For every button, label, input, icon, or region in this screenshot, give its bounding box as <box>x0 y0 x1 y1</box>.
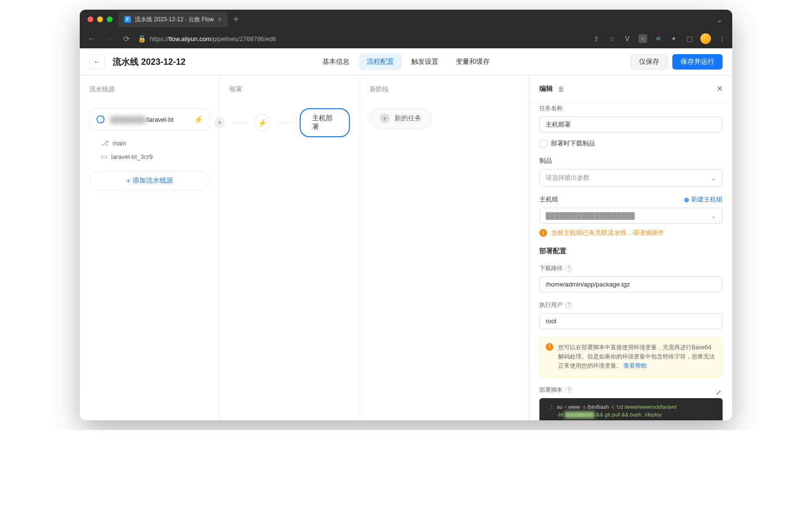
source-column: 流水线源 ████████/laravel-bt ⚡ ⎇ main ▭ lara… <box>80 75 220 420</box>
artifact-select[interactable]: 请选择输出参数 ⌄ <box>539 169 723 186</box>
script-editor[interactable]: ⤢ 1 su -l www -s /bin/bash -c 'cd /www/w… <box>539 398 723 420</box>
source-card[interactable]: ████████/laravel-bt ⚡ <box>89 108 210 130</box>
task-name-input[interactable] <box>539 116 723 132</box>
branch-row: ⎇ main <box>101 136 210 150</box>
vue-ext-icon[interactable]: V <box>623 34 632 43</box>
info-box: ! 您可以在部署脚本中直接使用环境变量，无需再进行Base64解码处理。但是如果… <box>539 337 723 377</box>
newstage-column: 新阶段 + 新的任务 <box>360 75 529 420</box>
hostgroup-select[interactable]: ████████████████████ ⌄ <box>539 208 723 224</box>
download-path-input[interactable] <box>539 276 723 292</box>
browser-tab[interactable]: F 流水线 2023-12-12 · 云效 Flow × <box>118 12 228 27</box>
forward-nav-button[interactable]: → <box>103 34 115 43</box>
artifact-name: laravel-bt_3rz9 <box>111 153 153 160</box>
new-task-button[interactable]: + 新的任务 <box>370 108 432 129</box>
share-icon[interactable]: ⇪ <box>592 34 601 43</box>
tab-vars[interactable]: 变量和缓存 <box>448 54 497 70</box>
help-link[interactable]: 查看帮助 <box>624 362 647 369</box>
bolt-icon[interactable]: ⚡ <box>194 115 203 124</box>
expand-icon[interactable]: ⤢ <box>716 387 722 398</box>
exec-user-input[interactable] <box>539 313 723 329</box>
add-source-button[interactable]: + 添加流水线源 <box>89 171 210 190</box>
branch-icon: ⎇ <box>101 139 109 147</box>
main-content: 流水线源 ████████/laravel-bt ⚡ ⎇ main ▭ lara… <box>80 75 732 420</box>
tab-favicon: F <box>124 16 131 23</box>
task-name-label: 任务名称 <box>539 104 723 113</box>
checkbox-label: 部署时下载制品 <box>551 139 595 148</box>
plus-icon: + <box>126 177 130 185</box>
tab-overflow-icon[interactable]: ⌄ <box>716 15 723 24</box>
help-icon[interactable]: ? <box>566 265 572 272</box>
window-controls <box>87 16 113 22</box>
source-column-title: 流水线源 <box>89 85 210 94</box>
artifact-label: 制品 <box>539 157 723 165</box>
folder-icon: ▭ <box>101 153 107 160</box>
script-label: 部署脚本 ? <box>539 386 723 394</box>
close-tab-icon[interactable]: × <box>218 15 221 23</box>
back-nav-button[interactable]: ← <box>86 34 97 43</box>
help-icon[interactable]: ? <box>566 387 572 393</box>
add-stage-before-button[interactable]: + <box>214 117 225 129</box>
warning-icon: ! <box>539 229 547 237</box>
bookmark-icon[interactable]: ☆ <box>608 34 616 43</box>
save-only-button[interactable]: 仅保存 <box>631 54 667 70</box>
profile-avatar[interactable] <box>700 33 711 44</box>
browser-chrome: F 流水线 2023-12-12 · 云效 Flow × + ⌄ ← → ⟳ 🔒… <box>80 10 732 48</box>
url-text: https://flow.aliyun.com/pipelines/276878… <box>150 35 276 43</box>
deploy-config-header: 部署配置 <box>539 247 723 256</box>
artifact-row: ▭ laravel-bt_3rz9 <box>101 150 210 163</box>
tab-basic[interactable]: 基本信息 <box>315 54 357 70</box>
checkbox[interactable] <box>539 140 547 147</box>
hostgroup-warning: ! 当前主机组已有关联流水线，请谨慎操作 <box>539 229 723 237</box>
ext-icon-2[interactable]: h <box>638 34 647 43</box>
plus-circle-icon: + <box>380 114 390 123</box>
chevron-down-icon: ⌄ <box>711 174 716 182</box>
sidepanel-icon[interactable]: ▢ <box>685 34 694 43</box>
delete-icon[interactable]: 🗑 <box>558 85 565 93</box>
new-tab-button[interactable]: + <box>233 14 239 25</box>
edit-panel: 编辑 🗑 × 任务名称 部署时下载制品 制品 请选择输出参数 ⌄ 主机组 <box>529 75 732 420</box>
back-button[interactable]: ← <box>89 54 105 70</box>
download-path-label: 下载路径 ? <box>539 264 723 272</box>
branch-name: main <box>113 140 126 147</box>
reload-button[interactable]: ⟳ <box>120 34 132 43</box>
tab-process[interactable]: 流程配置 <box>359 54 402 70</box>
deploy-column-title: 部署 <box>230 85 350 94</box>
newstage-column-title: 新阶段 <box>370 85 519 94</box>
new-hostgroup-link[interactable]: ⊕ 新建主机组 <box>684 195 723 204</box>
connector <box>232 123 246 123</box>
connector <box>278 123 291 123</box>
source-repo-name: ████████/laravel-bt <box>110 116 189 123</box>
stage-trigger-icon[interactable]: ⚡ <box>254 114 271 131</box>
menu-icon[interactable]: ⋮ <box>718 34 726 43</box>
maximize-window-button[interactable] <box>107 16 113 22</box>
hostgroup-label: 主机组 ⊕ 新建主机组 <box>539 195 723 204</box>
stage-task-pill[interactable]: 主机部署 <box>300 108 350 137</box>
address-bar[interactable]: 🔒 https://flow.aliyun.com/pipelines/2768… <box>138 35 586 43</box>
header-tabs: 基本信息 流程配置 触发设置 变量和缓存 <box>315 54 497 70</box>
download-artifact-checkbox-row[interactable]: 部署时下载制品 <box>539 139 723 148</box>
app-header: ← 流水线 2023-12-12 基本信息 流程配置 触发设置 变量和缓存 仅保… <box>80 48 732 75</box>
help-icon[interactable]: ? <box>566 302 572 309</box>
minimize-window-button[interactable] <box>97 16 103 22</box>
tab-trigger[interactable]: 触发设置 <box>404 54 446 70</box>
panel-title: 编辑 <box>539 85 553 93</box>
lock-icon: 🔒 <box>138 35 146 43</box>
save-run-button[interactable]: 保存并运行 <box>672 54 723 70</box>
close-panel-icon[interactable]: × <box>717 83 723 94</box>
deploy-column: 部署 + ⚡ 主机部署 <box>220 75 360 420</box>
extensions-icon[interactable]: ✦ <box>669 34 678 43</box>
close-window-button[interactable] <box>87 16 93 22</box>
source-repo-icon <box>96 115 105 124</box>
info-icon: ! <box>546 343 553 351</box>
exec-user-label: 执行用户 ? <box>539 301 723 309</box>
react-ext-icon[interactable]: ⚛ <box>654 34 663 43</box>
page-title: 流水线 2023-12-12 <box>113 56 186 68</box>
chevron-down-icon: ⌄ <box>711 212 716 219</box>
tab-title: 流水线 2023-12-12 · 云效 Flow <box>135 15 214 24</box>
